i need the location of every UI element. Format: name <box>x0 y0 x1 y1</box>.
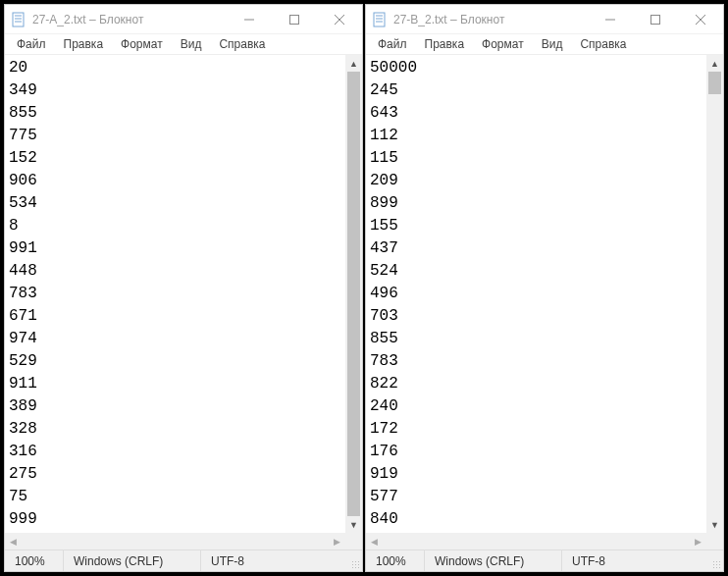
text-editor[interactable]: 20 349 855 775 152 906 534 8 991 448 783… <box>5 55 345 533</box>
status-eol: Windows (CRLF) <box>425 550 562 571</box>
status-eol: Windows (CRLF) <box>64 550 201 571</box>
title-bar[interactable]: 27-B_2.txt – Блокнот <box>366 5 723 34</box>
title-bar[interactable]: 27-A_2.txt – Блокнот <box>5 5 362 34</box>
menu-format[interactable]: Формат <box>113 35 171 53</box>
svg-rect-5 <box>290 15 299 24</box>
status-encoding: UTF-8 <box>201 550 345 571</box>
maximize-button[interactable] <box>272 5 317 33</box>
minimize-button[interactable] <box>588 5 633 33</box>
scroll-track-h[interactable] <box>22 533 329 550</box>
scroll-down-icon[interactable]: ▼ <box>706 516 723 533</box>
menu-view[interactable]: Вид <box>534 35 571 53</box>
status-encoding: UTF-8 <box>562 550 706 571</box>
status-zoom: 100% <box>5 550 64 571</box>
scroll-up-icon[interactable]: ▲ <box>345 55 362 72</box>
resize-grip-icon[interactable] <box>345 550 362 571</box>
notepad-window-b: 27-B_2.txt – Блокнот Файл Правка Формат … <box>365 4 724 572</box>
maximize-button[interactable] <box>633 5 678 33</box>
scroll-corner <box>706 533 723 550</box>
svg-rect-0 <box>13 13 24 26</box>
window-controls <box>227 5 362 33</box>
scroll-up-icon[interactable]: ▲ <box>706 55 723 72</box>
menu-edit[interactable]: Правка <box>56 35 112 53</box>
scroll-left-icon[interactable]: ◀ <box>366 533 383 550</box>
notepad-window-a: 27-A_2.txt – Блокнот Файл Правка Формат … <box>4 4 363 572</box>
scroll-left-icon[interactable]: ◀ <box>5 533 22 550</box>
window-title: 27-B_2.txt – Блокнот <box>393 13 588 26</box>
notepad-icon <box>11 12 26 27</box>
scroll-track[interactable] <box>345 72 362 516</box>
window-controls <box>588 5 723 33</box>
menu-help[interactable]: Справка <box>211 35 273 53</box>
scroll-track-h[interactable] <box>383 533 690 550</box>
status-bar: 100% Windows (CRLF) UTF-8 <box>5 550 362 571</box>
scroll-thumb[interactable] <box>708 72 721 94</box>
window-title: 27-A_2.txt – Блокнот <box>32 13 227 26</box>
vertical-scrollbar[interactable]: ▲ ▼ <box>345 55 362 533</box>
svg-rect-8 <box>374 13 385 26</box>
horizontal-scrollbar[interactable]: ◀ ▶ <box>5 533 345 550</box>
close-button[interactable] <box>678 5 723 33</box>
scroll-thumb[interactable] <box>347 72 360 516</box>
resize-grip-icon[interactable] <box>706 550 723 571</box>
scroll-down-icon[interactable]: ▼ <box>345 516 362 533</box>
content-area: 50000 245 643 112 115 209 899 155 437 52… <box>366 54 723 550</box>
minimize-button[interactable] <box>227 5 272 33</box>
menu-bar: Файл Правка Формат Вид Справка <box>366 34 723 54</box>
status-bar: 100% Windows (CRLF) UTF-8 <box>366 550 723 571</box>
scroll-right-icon[interactable]: ▶ <box>329 533 345 550</box>
menu-view[interactable]: Вид <box>173 35 210 53</box>
scroll-right-icon[interactable]: ▶ <box>690 533 706 550</box>
svg-rect-13 <box>651 15 660 24</box>
menu-format[interactable]: Формат <box>474 35 532 53</box>
scroll-corner <box>345 533 362 550</box>
menu-file[interactable]: Файл <box>9 35 54 53</box>
scroll-track[interactable] <box>706 72 723 516</box>
menu-file[interactable]: Файл <box>370 35 415 53</box>
content-area: 20 349 855 775 152 906 534 8 991 448 783… <box>5 54 362 550</box>
text-editor[interactable]: 50000 245 643 112 115 209 899 155 437 52… <box>366 55 706 533</box>
menu-bar: Файл Правка Формат Вид Справка <box>5 34 362 54</box>
menu-help[interactable]: Справка <box>572 35 634 53</box>
vertical-scrollbar[interactable]: ▲ ▼ <box>706 55 723 533</box>
close-button[interactable] <box>317 5 362 33</box>
menu-edit[interactable]: Правка <box>417 35 473 53</box>
status-zoom: 100% <box>366 550 425 571</box>
notepad-icon <box>372 12 388 27</box>
horizontal-scrollbar[interactable]: ◀ ▶ <box>366 533 706 550</box>
